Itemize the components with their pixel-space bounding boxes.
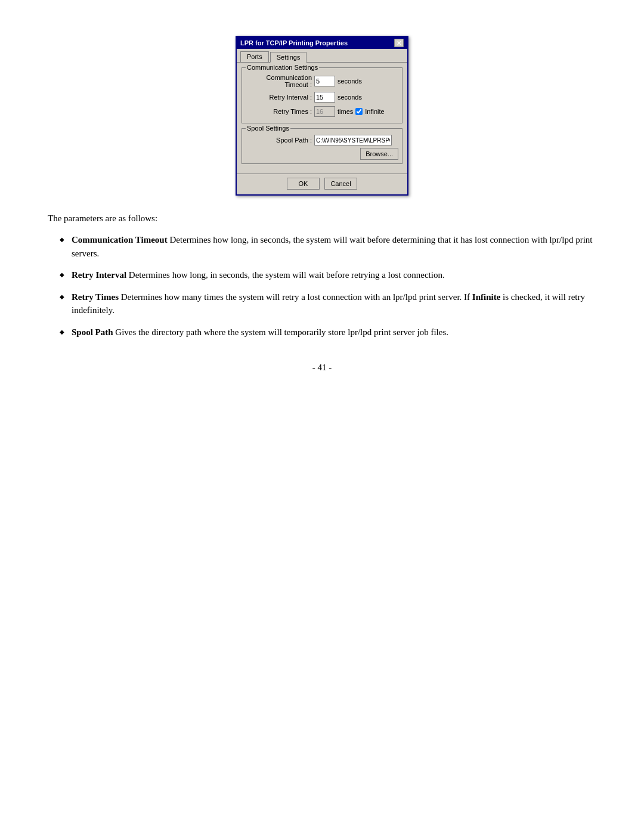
- list-item-retry-interval: Retry Interval Determines how long, in s…: [60, 268, 596, 282]
- retry-interval-row: Retry Interval : seconds: [246, 92, 398, 103]
- term-retry-interval: Retry Interval: [72, 270, 126, 280]
- comm-timeout-row: Communication Timeout : seconds: [246, 74, 398, 88]
- comm-settings-label: Communication Settings: [246, 64, 319, 71]
- retry-times-unit: times: [338, 108, 353, 115]
- comm-settings-group: Communication Settings Communication Tim…: [242, 67, 402, 123]
- infinite-label: Infinite: [365, 108, 384, 115]
- cancel-button[interactable]: Cancel: [324, 178, 357, 190]
- comm-timeout-input[interactable]: [314, 76, 335, 86]
- tab-ports[interactable]: Ports: [240, 51, 269, 62]
- dialog-footer: OK Cancel: [237, 174, 407, 194]
- retry-interval-input[interactable]: [314, 92, 335, 103]
- spool-path-row: Spool Path :: [246, 135, 398, 145]
- spool-path-label: Spool Path :: [246, 137, 314, 144]
- term-comm-timeout: Communication Timeout: [72, 235, 168, 244]
- dialog-title: LPR for TCP/IP Printing Properties: [240, 39, 348, 47]
- dialog-titlebar: LPR for TCP/IP Printing Properties ✕: [237, 37, 407, 49]
- text-retry-interval: Determines how long, in seconds, the sys…: [126, 270, 445, 280]
- retry-interval-label: Retry Interval :: [246, 94, 314, 101]
- list-item-comm-timeout: Communication Timeout Determines how lon…: [60, 233, 596, 260]
- dialog-body: Communication Settings Communication Tim…: [237, 63, 407, 174]
- retry-times-label: Retry Times :: [246, 108, 314, 115]
- intro-text: The parameters are as follows:: [48, 213, 596, 224]
- retry-times-input[interactable]: [314, 106, 335, 117]
- comm-timeout-unit: seconds: [338, 78, 362, 85]
- browse-button[interactable]: Browse...: [360, 148, 398, 160]
- browse-row: Browse...: [246, 148, 398, 160]
- bullet-list: Communication Timeout Determines how lon…: [48, 233, 596, 339]
- text-spool-path: Gives the directory path where the syste…: [113, 327, 448, 337]
- dialog-tabs: Ports Settings: [237, 49, 407, 63]
- list-item-retry-times: Retry Times Determines how many times th…: [60, 290, 596, 317]
- text-retry-times-1: Determines how many times the system wil…: [72, 292, 585, 315]
- term-retry-times: Retry Times: [72, 292, 119, 302]
- term-infinite-inline: Infinite: [472, 292, 501, 302]
- term-spool-path: Spool Path: [72, 327, 113, 337]
- dialog-container: LPR for TCP/IP Printing Properties ✕ Por…: [48, 36, 596, 196]
- dialog-close-button[interactable]: ✕: [394, 39, 404, 47]
- main-content: The parameters are as follows: Communica…: [48, 213, 596, 373]
- list-item-spool-path: Spool Path Gives the directory path wher…: [60, 326, 596, 339]
- spool-path-input[interactable]: [314, 135, 392, 145]
- tab-settings[interactable]: Settings: [270, 52, 307, 63]
- ok-button[interactable]: OK: [287, 178, 320, 190]
- spool-settings-label: Spool Settings: [246, 125, 290, 132]
- infinite-checkbox[interactable]: [355, 108, 363, 115]
- spool-settings-group: Spool Settings Spool Path : Browse...: [242, 128, 402, 164]
- comm-timeout-label: Communication Timeout :: [246, 74, 314, 88]
- retry-times-row: Retry Times : times Infinite: [246, 106, 398, 117]
- page-number: - 41 -: [48, 363, 596, 373]
- retry-interval-unit: seconds: [338, 94, 362, 101]
- dialog-window: LPR for TCP/IP Printing Properties ✕ Por…: [236, 36, 408, 196]
